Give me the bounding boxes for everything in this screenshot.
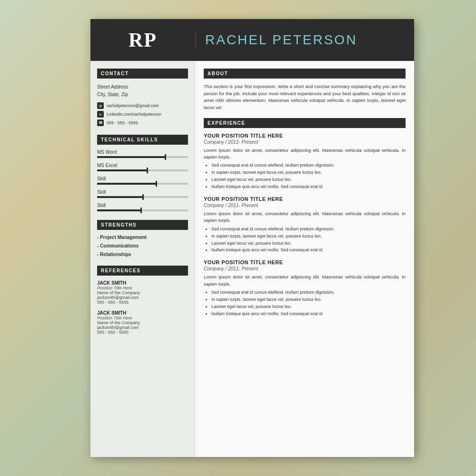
bullet-item: Nullam tristique quis arcu vel mollis. S… [211,247,406,254]
about-text: This section is your first impression. W… [204,83,406,111]
contact-linkedin-item: in Linkedin.com/rachelpeterson [97,111,188,118]
skill-bar-track [97,209,188,211]
exp-title: YOUR POSITION TITLE HERE [204,133,406,139]
phone-text: 555 - 555 - 5555 [107,120,138,125]
initials: RP [129,29,157,51]
skill-item: Skill [97,189,188,198]
header-name-section: RACHEL PETERSON [195,32,414,48]
bullet-item: Sed consequat erat id cursus eleifend. N… [211,289,406,296]
skill-bar-track [97,183,188,185]
email-text: rachelpeterson@gmail.com [107,103,159,108]
left-column: CONTACT Street Address City, State, Zip … [90,61,195,457]
bullet-item: In sapien turpis, laoreet eget lacus vel… [211,169,406,176]
skill-bar-marker [140,208,142,213]
bullet-item: Sed consequat erat id cursus eleifend. N… [211,162,406,169]
reference-item: JACK SMITH Position Title Here Name of t… [97,310,188,335]
contact-section: CONTACT Street Address City, State, Zip … [97,69,188,126]
bullet-item: In sapien turpis, laoreet eget lacus vel… [211,297,406,303]
bullet-item: Laoreet eget lacus vel, posuere luctus l… [211,304,406,310]
strengths-header: STRENGTHS [97,220,188,230]
address-line1: Street Address [97,83,188,91]
strengths-section: STRENGTHS - Project Management- Communic… [97,220,188,257]
skills-header: TECHNICAL SKILLS [97,135,188,145]
skill-bar-track [97,196,188,198]
skill-bar-marker [156,181,157,187]
experience-list: YOUR POSITION TITLE HERE Company / 2011-… [204,133,406,317]
skills-section: TECHNICAL SKILLS MS Word MS Excel Skill … [97,135,188,211]
experience-entry: YOUR POSITION TITLE HERE Company / 2011-… [204,133,406,190]
resume: RP RACHEL PETERSON CONTACT Street Addres… [90,19,414,457]
skill-bar-fill [97,169,147,171]
ref-position: Position Title Here [97,316,188,320]
exp-title: YOUR POSITION TITLE HERE [204,196,406,202]
contact-address: Street Address City, State, Zip [97,83,188,99]
exp-company: Company / 2011- Present [204,139,406,145]
exp-desc: Lorem ipsum dolor sit amet, consectetur … [204,274,406,288]
skill-bar-fill [97,156,165,158]
bullet-item: Nullam tristique quis arcu vel mollis. S… [211,184,406,190]
exp-desc: Lorem ipsum dolor sit amet, consectetur … [204,147,406,161]
skill-item: Skill [97,176,188,185]
right-column: ABOUT This section is your first impress… [195,61,414,457]
ref-company: Name of the Company [97,290,188,295]
about-section: ABOUT This section is your first impress… [204,69,406,111]
contact-phone-item: ☎ 555 - 555 - 5555 [97,119,188,126]
skill-bar-track [97,156,188,158]
exp-company: Company / 2011- Present [204,203,406,208]
email-icon: @ [97,102,104,109]
skill-name: MS Word [97,149,188,155]
references-list: JACK SMITH Position Title Here Name of t… [97,280,188,335]
ref-email: jacksmith@gmail.com [97,295,188,300]
experience-entry: YOUR POSITION TITLE HERE Company / 2011-… [204,196,406,254]
strength-item: - Communications [97,243,188,248]
exp-desc: Lorem ipsum dolor sit amet, consectetur … [204,210,406,224]
exp-title: YOUR POSITION TITLE HERE [204,259,406,265]
skill-item: MS Word [97,149,188,158]
ref-name: JACK SMITH [97,280,188,286]
skill-item: Skill [97,203,188,211]
skill-bar-marker [147,168,148,173]
ref-name: JACK SMITH [97,310,188,316]
ref-email: jacksmith@gmail.com [97,325,188,330]
exp-company: Company / 2011- Present [204,266,406,271]
experience-entry: YOUR POSITION TITLE HERE Company / 2011-… [204,259,406,317]
reference-item: JACK SMITH Position Title Here Name of t… [97,280,188,305]
full-name: RACHEL PETERSON [205,32,414,48]
contact-header: CONTACT [97,69,188,79]
ref-phone: 555 - 555 - 5555 [97,300,188,305]
ref-phone: 555 - 555 - 5555 [97,330,188,335]
skill-bar-track [97,169,188,171]
skill-bar-fill [97,209,141,211]
skill-name: Skill [97,176,188,181]
bullet-item: Laoreet eget lacus vel, posuere luctus l… [211,240,406,247]
experience-section: EXPERIENCE YOUR POSITION TITLE HERE Comp… [204,118,406,317]
contact-email-item: @ rachelpeterson@gmail.com [97,102,188,109]
about-header: ABOUT [204,69,406,79]
phone-icon: ☎ [97,119,104,126]
skill-bar-fill [97,196,143,198]
exp-bullets: Sed consequat erat id cursus eleifend. N… [204,289,406,317]
references-header: REFERENCES [97,266,188,276]
bullet-item: Nullam tristique quis arcu vel mollis. S… [211,311,406,317]
exp-bullets: Sed consequat erat id cursus eleifend. N… [204,162,406,190]
skill-bar-marker [165,154,166,160]
exp-bullets: Sed consequat erat id cursus eleifend. N… [204,226,406,254]
bullet-item: Laoreet eget lacus vel, posuere luctus l… [211,177,406,183]
skill-item: MS Excel [97,163,188,171]
ref-position: Position Title Here [97,286,188,290]
skill-bar-fill [97,183,156,185]
linkedin-text: Linkedin.com/rachelpeterson [107,112,161,117]
strengths-list: - Project Management- Communications- Re… [97,235,188,257]
strength-item: - Relationships [97,252,188,257]
resume-header: RP RACHEL PETERSON [90,19,414,61]
resume-body: CONTACT Street Address City, State, Zip … [90,61,414,457]
ref-company: Name of the Company [97,320,188,325]
linkedin-icon: in [97,111,104,118]
skill-name: MS Excel [97,163,188,168]
experience-header: EXPERIENCE [204,118,406,128]
address-line2: City, State, Zip [97,91,188,99]
skill-name: Skill [97,203,188,208]
header-logo: RP [90,29,195,51]
skill-bar-marker [142,194,144,200]
skills-list: MS Word MS Excel Skill Skill Skill [97,149,188,211]
